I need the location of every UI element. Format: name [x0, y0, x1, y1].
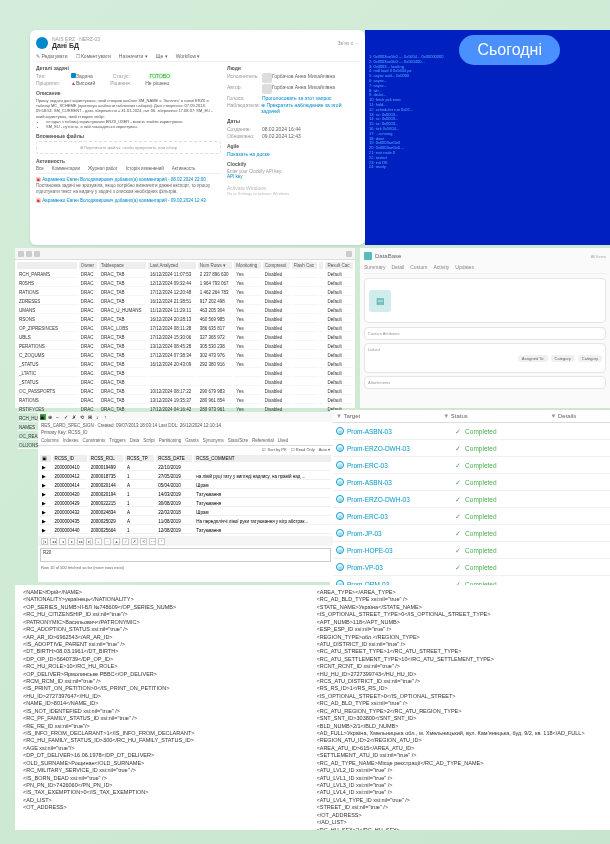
- comment-author-1[interactable]: Авраменко Євген Володимирович добавил(а)…: [42, 177, 206, 182]
- comment-author-2[interactable]: Авраменко Євген Володимирович добавил(а)…: [42, 198, 206, 203]
- sql-col-header[interactable]: RCSS_TP: [125, 455, 154, 462]
- db-col-header[interactable]: Owner: [79, 262, 97, 269]
- task-tab[interactable]: ☐ Коментувати: [76, 53, 111, 59]
- sort-checkbox[interactable]: ☑ Sort by PK: [262, 447, 286, 452]
- db-col-header[interactable]: [319, 262, 323, 269]
- db-col-header[interactable]: Last Analyzed: [148, 262, 196, 269]
- db-tab[interactable]: Summary: [364, 264, 385, 270]
- toolbar-icon[interactable]: ⟲: [80, 414, 86, 420]
- table-row[interactable]: ▶20000004292000022215130/08/2019Татуюван…: [40, 500, 331, 507]
- nav-button[interactable]: ▲: [113, 538, 120, 545]
- table-row[interactable]: ▶20000004402000025664112/08/2019Татуюван…: [40, 527, 331, 534]
- toolbar-icon[interactable]: −: [56, 414, 62, 420]
- table-row[interactable]: ▶20000004102000019499А22/10/2019: [40, 464, 331, 471]
- table-row[interactable]: RSONSDRACDRAC_TAB16/12/2024 20:28:13460 …: [17, 316, 353, 323]
- db-tab[interactable]: Detail: [391, 264, 404, 270]
- sql-tab[interactable]: Used: [278, 438, 289, 443]
- toolbar-icon[interactable]: [26, 251, 32, 257]
- col-details[interactable]: Details: [558, 413, 576, 419]
- nav-button[interactable]: ⋯: [149, 538, 156, 545]
- table-row[interactable]: C_ZOQUMSDRACDRAC_TAB17/12/2024 07:38:343…: [17, 352, 353, 359]
- sql-col-header[interactable]: RCSS_COMMENT: [194, 455, 331, 462]
- nav-button[interactable]: ▸▸: [77, 538, 84, 545]
- sql-tab[interactable]: Synonyms: [203, 438, 224, 443]
- activity-tab[interactable]: Все: [36, 166, 44, 171]
- nav-button[interactable]: *: [158, 538, 165, 545]
- promo-row[interactable]: ◎Prom-VP-03✓Completed: [330, 559, 610, 576]
- toolbar-icon[interactable]: ✓: [64, 414, 70, 420]
- table-row[interactable]: ZDRESESDRACDRAC_TAB16/12/2024 21:38:5191…: [17, 298, 353, 305]
- table-row[interactable]: RATIONSDRACDRAC_TAB13/12/2024 19:35:3728…: [17, 397, 353, 404]
- toolbar-icon[interactable]: ↑: [104, 414, 110, 420]
- activity-tab[interactable]: Історія изменений: [126, 166, 164, 171]
- nav-button[interactable]: ⟲: [140, 538, 147, 545]
- pill[interactable]: Assigned To: [518, 355, 548, 362]
- nav-button[interactable]: ◂: [59, 538, 66, 545]
- filter-icon[interactable]: ▼: [550, 413, 556, 419]
- table-row[interactable]: PERATIONSDRACDRAC_TAB13/12/2024 08:45:28…: [17, 343, 353, 350]
- sql-tab[interactable]: Referential: [252, 438, 274, 443]
- nav-button[interactable]: ▸|: [86, 538, 93, 545]
- promo-row[interactable]: ◎Prom-ASBN-03✓Completed: [330, 474, 610, 491]
- nav-button[interactable]: |◂: [41, 538, 48, 545]
- nav-button[interactable]: ▸: [68, 538, 75, 545]
- table-row[interactable]: OC_PASSPORTSDRACDRAC_TAB10/12/2024 08:17…: [17, 388, 353, 395]
- promo-row[interactable]: ◎Prom-JP-03✓Completed: [330, 525, 610, 542]
- nav-button[interactable]: ◂◂: [50, 538, 57, 545]
- db-col-header[interactable]: Compressi: [263, 262, 290, 269]
- sql-tab[interactable]: Data: [130, 438, 140, 443]
- sql-tab[interactable]: Triggers: [109, 438, 125, 443]
- table-row[interactable]: _STATUSDRACDRAC_TAB16/12/2024 20:43:0929…: [17, 361, 353, 368]
- db-tab[interactable]: Custom: [410, 264, 427, 270]
- sql-grid[interactable]: ▣RCSS_IDRCSS_RCLRCSS_TPRCSS_DATERCSS_COM…: [38, 453, 333, 536]
- toolbar-icon[interactable]: ↓: [96, 414, 102, 420]
- readonly-checkbox[interactable]: ☐ Read Only: [291, 447, 315, 452]
- attachment-dropzone[interactable]: ⊕ Перенесите файлы, чтобы прикрепить, ил…: [36, 141, 221, 154]
- watch-link[interactable]: ⊕ Прекратить наблюдение за этой задачей: [261, 102, 359, 114]
- promo-row[interactable]: ◎Prom-HOPE-03✓Completed: [330, 542, 610, 559]
- sql-tab[interactable]: Grants: [185, 438, 199, 443]
- table-row[interactable]: OP_ZIPRESINCESDRACDRAC_LOBS17/12/2024 08…: [17, 325, 353, 332]
- api-key-link[interactable]: API key: [227, 174, 359, 179]
- task-tab[interactable]: ✎ Редагувати: [36, 53, 68, 59]
- nav-button[interactable]: ✓: [122, 538, 129, 545]
- nav-button[interactable]: ✗: [131, 538, 138, 545]
- table-row[interactable]: ▶20000004202000020194114/03/2019Татуюван…: [40, 491, 331, 498]
- table-row[interactable]: RATIONSDRACDRAC_TAB17/12/2024 12:20:481 …: [17, 289, 353, 296]
- task-tab[interactable]: Назначити ▾: [119, 53, 148, 59]
- table-row[interactable]: R0SHSDRACDRAC_TAB12/12/2024 09:32:441 96…: [17, 280, 353, 287]
- table-row[interactable]: ▶20000004122000018735127/05/2019на лівій…: [40, 473, 331, 480]
- db-col-header[interactable]: Flash Cac: [292, 262, 318, 269]
- sql-filter-input[interactable]: R20: [40, 548, 331, 562]
- sql-col-header[interactable]: RCSS_RCL: [89, 455, 123, 462]
- col-target[interactable]: Target: [344, 413, 361, 419]
- sql-col-header[interactable]: RCSS_ID: [53, 455, 87, 462]
- sql-col-header[interactable]: ▣: [40, 455, 51, 462]
- vote-link[interactable]: Проголосовать за этот запрос: [262, 95, 332, 101]
- table-row[interactable]: RCH_PARAMSDRACDRAC_TAB16/12/2024 11:07:5…: [17, 271, 353, 278]
- sql-tab[interactable]: Partitioning: [159, 438, 182, 443]
- filter-icon[interactable]: ▼: [336, 413, 342, 419]
- activity-tab[interactable]: Комментарии: [52, 166, 80, 171]
- db-col-header[interactable]: Result Cac: [325, 262, 353, 269]
- table-row[interactable]: ▶20000004352000025029А11/08/2019На перед…: [40, 518, 331, 525]
- table-row[interactable]: UMANSDRACDRAC_U_HUMANS11/12/2024 11:29:1…: [17, 307, 353, 314]
- filter-icon[interactable]: ▼: [443, 413, 449, 419]
- nav-button[interactable]: −: [104, 538, 111, 545]
- nav-button[interactable]: +: [95, 538, 102, 545]
- db-col-header[interactable]: Num Rows ▾: [198, 262, 233, 269]
- db-col-header[interactable]: Monitoring: [234, 262, 260, 269]
- task-tab[interactable]: Ще ▾: [156, 53, 168, 59]
- pill[interactable]: Category: [578, 355, 602, 362]
- promo-row[interactable]: ◎Prom-ASBN-03✓Completed: [330, 423, 610, 440]
- activity-tab[interactable]: Активность: [172, 166, 196, 171]
- table-row[interactable]: _STATUSDRACDRAC_TABDisabledDefault: [17, 379, 353, 386]
- promo-row[interactable]: ◎Prom-ERZO-DWH-03✓Completed: [330, 440, 610, 457]
- table-row[interactable]: ▶20000004142000020144А05/04/2010Шрам: [40, 482, 331, 489]
- table-row[interactable]: ▶20000004322000024834А22/02/2018Шрам: [40, 509, 331, 516]
- sql-tab[interactable]: Constraints: [83, 438, 106, 443]
- sql-tab[interactable]: Columns: [41, 438, 59, 443]
- sql-tab[interactable]: Stats/Size: [228, 438, 248, 443]
- db-tab[interactable]: Activity: [433, 264, 449, 270]
- task-tab[interactable]: Workflow ▾: [176, 53, 201, 59]
